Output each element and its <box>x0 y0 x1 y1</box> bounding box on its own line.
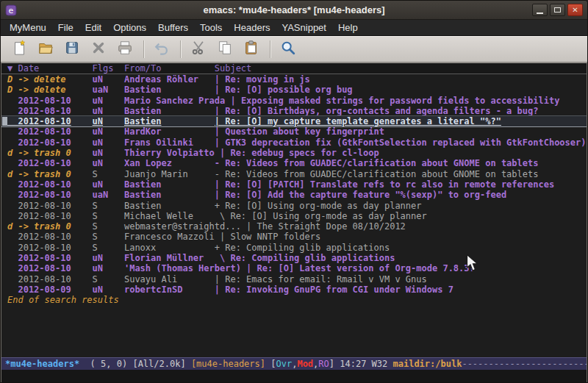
from-cell: Bastien <box>124 106 215 116</box>
column-header-date[interactable]: ▼ Date <box>7 63 93 74</box>
message-row[interactable]: d -> trash 0SJuanjo Marin- Re: Videos fr… <box>1 169 587 179</box>
new-file-icon <box>11 40 27 59</box>
from-cell: Juanjo Marin <box>124 169 215 179</box>
message-row[interactable]: d -> trash 0uNThierry Volpiatto | Re: ed… <box>1 148 587 158</box>
subject-cell: - Re: Videos from GUADEC/clarification a… <box>215 169 587 179</box>
message-row[interactable]: 2012-08-10uN'Mash (Thomas Herbert) | Re:… <box>1 263 587 273</box>
subject-cell: | Re: [O] my capture template generates … <box>215 116 587 126</box>
cut-button[interactable] <box>187 39 209 60</box>
modeline-segment-ovr: Ovr <box>276 359 292 369</box>
svg-text:e: e <box>9 6 14 15</box>
flags-cell: S <box>93 274 124 284</box>
subject-cell: | Re: [O] Latest version of Org-mode 7.8… <box>246 263 587 273</box>
subject-cell: | Re: edebug specs for cl-loop <box>220 148 587 158</box>
minimize-icon <box>537 12 543 14</box>
search-button[interactable] <box>277 39 299 60</box>
message-row[interactable]: D -> deleteuNAndreas Röhler| Re: moving … <box>1 74 587 85</box>
subject-cell: | Re: Invoking GnuPG from CGI under Wind… <box>215 284 587 295</box>
message-row[interactable]: 2012-08-10uNBastien| Re: [O] [PATCH] Tra… <box>1 179 587 190</box>
message-row[interactable]: d -> trash 0Swebmaster@straightd... | Th… <box>1 221 587 232</box>
mark-cell: D -> delete <box>7 85 93 95</box>
message-row[interactable]: 2012-08-10SLanoxx+ Re: Compiling glib ap… <box>1 243 587 253</box>
header-line[interactable]: ▼ Date Flgs From/To Subject <box>1 63 587 74</box>
column-header-from[interactable]: From/To <box>124 63 215 74</box>
mark-cell: D -> delete <box>7 74 93 85</box>
date-cell: 2012-08-10 <box>7 116 93 126</box>
message-row[interactable]: 2012-08-10uNFlorian Müllner \ Re: Compil… <box>1 253 587 263</box>
menu-item-tools[interactable]: Tools <box>194 21 228 35</box>
mu4e-headers-buffer: ▼ Date Flgs From/To Subject D -> deleteu… <box>1 62 587 382</box>
flags-cell: uN <box>93 179 124 190</box>
date-cell: 2012-08-10 <box>7 126 93 137</box>
from-cell: Frans Oilinki <box>124 137 215 148</box>
menubar: MyMenuFileEditOptionsBuffersToolsHeaders… <box>1 20 587 36</box>
search-icon <box>280 40 296 59</box>
toolbar <box>1 36 587 62</box>
subject-cell: | Re: Emacs for email: Rmail v VM v Gnus <box>215 274 587 284</box>
from-cell: Bastien <box>124 190 215 200</box>
date-cell: 2012-08-10 <box>7 190 93 200</box>
from-cell: robertcInSD <box>124 284 215 295</box>
copy-button[interactable] <box>214 39 236 60</box>
message-row[interactable]: 2012-08-10SFrancesco Mazzoli | Slow NNTP… <box>1 232 587 242</box>
date-cell: 2012-08-10 <box>7 232 93 242</box>
undo-icon <box>154 40 170 59</box>
message-row[interactable]: 2012-08-10uNHardKor| Question about key … <box>1 126 587 137</box>
menu-item-yasnippet[interactable]: YASnippet <box>276 21 331 35</box>
flags-cell: uN <box>93 116 124 126</box>
copy-icon <box>217 40 233 59</box>
minimize-button[interactable] <box>532 4 548 16</box>
menu-item-edit[interactable]: Edit <box>79 21 107 35</box>
modeline-segment-dashes: ----------------------------------------… <box>462 359 587 369</box>
maximize-button[interactable] <box>550 4 565 16</box>
message-row[interactable]: 2012-08-09uNrobertcInSD| Re: Invoking Gn… <box>1 284 587 295</box>
message-row[interactable]: 2012-08-10uNBastien| Re: [O] Birthdays, … <box>1 106 587 116</box>
menu-item-options[interactable]: Options <box>107 21 152 35</box>
undo-button[interactable] <box>151 39 173 60</box>
date-cell: 2012-08-10 <box>7 211 93 221</box>
new-file-button[interactable] <box>8 39 30 60</box>
menu-item-buffers[interactable]: Buffers <box>152 21 194 35</box>
modeline-segment-plain: ( 5, 0) [All/2.0k] <box>79 359 191 369</box>
print-button[interactable] <box>114 39 136 60</box>
from-cell: 'Mash (Thomas Herbert) <box>124 263 246 273</box>
message-row[interactable]: 2012-08-10SBastien+ Re: [O] Using org-mo… <box>1 201 587 211</box>
date-cell: 2012-08-10 <box>7 274 93 284</box>
print-icon <box>117 40 133 59</box>
open-file-button[interactable] <box>35 39 57 60</box>
message-row[interactable]: 2012-08-10uNFrans Oilinki| GTK3 deprecat… <box>1 137 587 148</box>
message-row[interactable]: 2012-08-10SMichael Welle \ Re: [O] Using… <box>1 211 587 221</box>
echo-area[interactable] <box>1 370 587 382</box>
message-row[interactable]: D -> deleteuaNBastien| Re: [O] possible … <box>1 85 587 95</box>
message-row[interactable]: 2012-08-10uNMario Sanchez Prada | Exposi… <box>1 96 587 106</box>
from-cell: Bastien <box>124 85 215 95</box>
from-cell: Andreas Röhler <box>124 74 215 85</box>
subject-cell: + Re: [O] Using org-mode as day planner <box>215 201 587 211</box>
from-cell: Florian Müllner <box>124 253 215 263</box>
date-cell: 2012-08-09 <box>7 284 93 295</box>
close-buffer-button[interactable] <box>87 39 110 60</box>
message-row[interactable]: 2012-08-10uNBastien| Re: [O] my capture … <box>1 116 587 126</box>
menu-item-headers[interactable]: Headers <box>228 21 276 35</box>
modeline-segment-folder: maildir:/bulk <box>392 359 462 369</box>
subject-cell: \ Re: [O] Using org-mode as day planner <box>215 211 587 221</box>
empty-buffer-space <box>1 306 587 357</box>
message-row[interactable]: 2012-08-10SSuvayu Ali| Re: Emacs for ema… <box>1 274 587 284</box>
menu-item-file[interactable]: File <box>52 21 79 35</box>
flags-cell: uN <box>93 74 124 85</box>
titlebar[interactable]: e emacs: *mu4e-headers* [mu4e-headers] ✕ <box>1 1 587 20</box>
menu-item-mymenu[interactable]: MyMenu <box>4 21 52 35</box>
save-button[interactable] <box>61 39 83 60</box>
date-cell: 2012-08-10 <box>7 106 93 116</box>
menu-item-help[interactable]: Help <box>332 21 364 35</box>
flags-cell: uN <box>93 263 124 273</box>
message-row[interactable]: 2012-08-10uNXan Lopez- Re: Videos from G… <box>1 158 587 168</box>
paste-button[interactable] <box>240 39 262 60</box>
flags-cell: uN <box>93 158 124 168</box>
column-header-flags[interactable]: Flgs <box>93 63 124 74</box>
column-header-subject[interactable]: Subject <box>215 63 587 74</box>
close-button[interactable]: ✕ <box>567 4 583 16</box>
flags-cell: S <box>93 211 124 221</box>
message-row[interactable]: 2012-08-10uaNBastien| Re: [O] Add the ca… <box>1 190 587 200</box>
mark-cell: d -> trash 0 <box>7 221 93 232</box>
